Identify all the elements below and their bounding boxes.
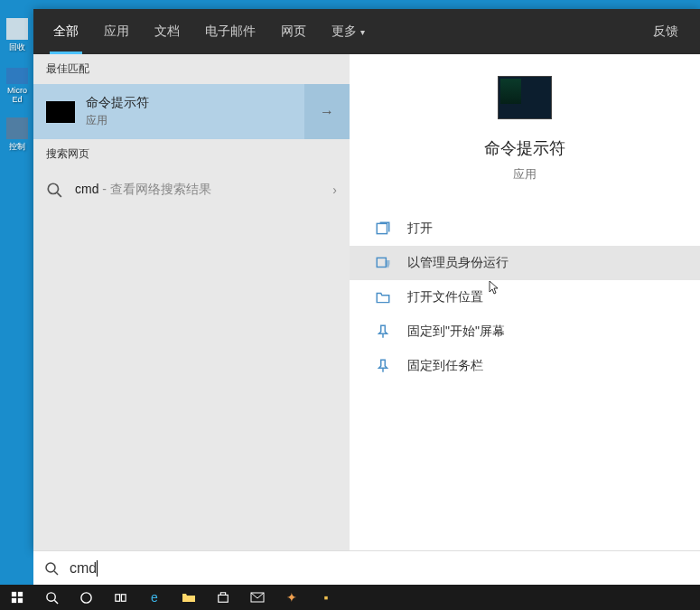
taskbar-mail[interactable] xyxy=(240,585,275,610)
desktop-icon-recycle[interactable]: 回收 xyxy=(5,18,30,54)
pin-taskbar-icon xyxy=(375,358,391,374)
svg-rect-13 xyxy=(115,594,119,601)
svg-point-0 xyxy=(48,183,58,193)
taskbar-cortana-button[interactable] xyxy=(69,585,103,610)
preview-title: 命令提示符 xyxy=(386,137,664,159)
taskbar-search-button[interactable] xyxy=(34,585,69,610)
web-suffix: - 查看网络搜索结果 xyxy=(98,182,210,196)
pin-start-icon xyxy=(375,324,391,340)
preview-subtitle: 应用 xyxy=(386,166,664,183)
content-area: 最佳匹配 命令提示符 应用 → 搜索网页 cmd - 查看网络搜索结果 xyxy=(33,54,700,551)
taskbar-edge[interactable]: e xyxy=(137,585,172,610)
desktop-icons: 回收 Micro Ed 控制 xyxy=(5,18,33,167)
actions-list: 打开 以管理员身份运行 打开文件位置 xyxy=(350,211,700,383)
result-subtitle: 应用 xyxy=(86,113,337,128)
svg-point-10 xyxy=(46,592,54,600)
tab-more[interactable]: 更多 ▾ xyxy=(319,9,378,54)
desktop-icon-control[interactable]: 控制 xyxy=(5,117,30,154)
svg-rect-7 xyxy=(18,592,23,596)
tab-apps[interactable]: 应用 xyxy=(91,9,142,54)
svg-rect-2 xyxy=(377,223,387,233)
text-caret xyxy=(97,560,98,577)
tab-email[interactable]: 电子邮件 xyxy=(192,9,268,54)
open-icon xyxy=(375,221,391,237)
chevron-right-icon: › xyxy=(332,183,337,197)
cmd-icon xyxy=(46,101,75,123)
svg-rect-3 xyxy=(377,258,386,267)
svg-rect-9 xyxy=(18,598,23,603)
taskbar: e ✦ ▪ xyxy=(0,585,700,610)
search-panel: 全部 应用 文档 电子邮件 网页 更多 ▾ 反馈 最佳匹配 命令提示符 应用 → xyxy=(33,9,700,551)
preview-cmd-icon xyxy=(498,76,552,119)
search-icon xyxy=(46,182,62,198)
result-title: 命令提示符 xyxy=(86,95,337,111)
svg-line-1 xyxy=(57,192,61,197)
taskbar-app2[interactable]: ▪ xyxy=(309,585,343,610)
results-panel: 最佳匹配 命令提示符 应用 → 搜索网页 cmd - 查看网络搜索结果 xyxy=(33,54,350,551)
folder-icon xyxy=(375,289,391,305)
result-expand-button[interactable]: → xyxy=(304,84,350,139)
taskbar-app1[interactable]: ✦ xyxy=(275,585,309,610)
action-pin-to-taskbar[interactable]: 固定到任务栏 xyxy=(350,349,700,383)
preview-section: 命令提示符 应用 xyxy=(350,54,700,193)
taskbar-explorer[interactable] xyxy=(172,585,206,610)
search-web-header: 搜索网页 xyxy=(33,139,350,169)
result-command-prompt[interactable]: 命令提示符 应用 → xyxy=(33,84,350,139)
search-box[interactable]: cmd xyxy=(33,550,700,585)
tab-all[interactable]: 全部 xyxy=(41,9,91,54)
best-match-header: 最佳匹配 xyxy=(33,54,350,84)
admin-shield-icon xyxy=(375,255,391,271)
tab-web[interactable]: 网页 xyxy=(268,9,319,54)
action-pin-to-start[interactable]: 固定到"开始"屏幕 xyxy=(350,314,700,349)
svg-rect-14 xyxy=(121,594,126,601)
svg-rect-15 xyxy=(219,595,229,602)
feedback-button[interactable]: 反馈 xyxy=(639,23,693,40)
arrow-right-icon: → xyxy=(320,104,334,120)
preview-panel: 命令提示符 应用 打开 以管理员身份运行 xyxy=(350,54,700,551)
start-button[interactable] xyxy=(0,585,34,610)
desktop-icon-edge[interactable]: Micro Ed xyxy=(5,68,30,104)
svg-line-5 xyxy=(54,571,58,575)
control-panel-icon xyxy=(6,117,28,139)
action-open-file-location[interactable]: 打开文件位置 xyxy=(350,280,700,314)
edge-icon xyxy=(6,68,28,84)
taskbar-taskview-button[interactable] xyxy=(103,585,137,610)
svg-rect-6 xyxy=(12,592,16,596)
action-run-as-admin[interactable]: 以管理员身份运行 xyxy=(350,246,700,280)
tabs-bar: 全部 应用 文档 电子邮件 网页 更多 ▾ 反馈 xyxy=(33,9,700,54)
tab-documents[interactable]: 文档 xyxy=(142,9,192,54)
search-icon xyxy=(33,561,70,576)
search-input[interactable]: cmd xyxy=(70,560,97,577)
web-query: cmd xyxy=(75,182,98,196)
svg-line-11 xyxy=(54,600,58,604)
svg-rect-8 xyxy=(12,598,16,603)
svg-point-4 xyxy=(46,563,55,572)
recycle-bin-icon xyxy=(6,18,28,40)
chevron-down-icon: ▾ xyxy=(360,27,365,37)
web-search-result[interactable]: cmd - 查看网络搜索结果 › xyxy=(33,169,350,211)
taskbar-store[interactable] xyxy=(206,585,240,610)
action-open[interactable]: 打开 xyxy=(350,211,700,246)
svg-point-12 xyxy=(80,592,90,602)
